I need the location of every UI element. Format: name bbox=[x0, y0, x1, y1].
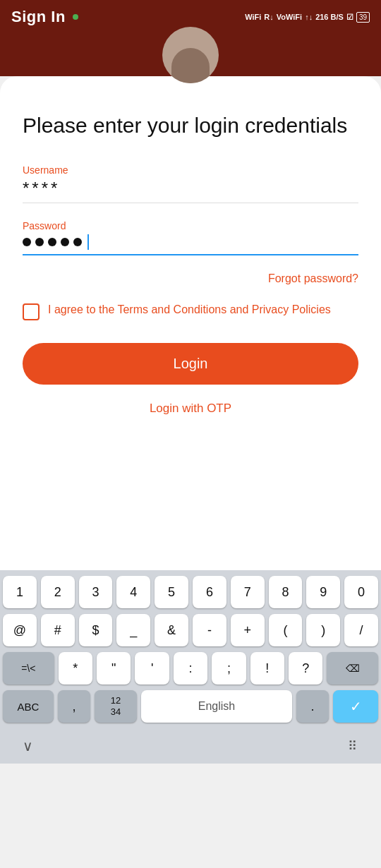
key-5[interactable]: 5 bbox=[155, 576, 188, 608]
key-plus[interactable]: + bbox=[231, 614, 265, 646]
terms-checkbox[interactable] bbox=[23, 303, 40, 320]
otp-link[interactable]: Login with OTP bbox=[23, 402, 358, 416]
key-hash[interactable]: # bbox=[41, 614, 75, 646]
header-avatar-area bbox=[0, 34, 381, 76]
dot-1 bbox=[23, 238, 31, 246]
key-at[interactable]: @ bbox=[3, 614, 37, 646]
comma-key[interactable]: , bbox=[58, 690, 90, 723]
grid-icon[interactable]: ⠿ bbox=[348, 738, 358, 754]
nav-bar: ∨ ⠿ bbox=[0, 728, 381, 764]
chevron-down-icon[interactable]: ∨ bbox=[23, 737, 33, 754]
keyboard-row-symbols: @ # $ _ & - + ( ) / bbox=[3, 614, 378, 646]
signal-icon: R↓ bbox=[264, 13, 273, 21]
backspace-key[interactable]: ⌫ bbox=[327, 652, 378, 685]
online-indicator bbox=[73, 14, 78, 20]
key-slash[interactable]: / bbox=[344, 614, 378, 646]
password-label: Password bbox=[23, 220, 358, 231]
main-content: Please enter your login credentials User… bbox=[0, 76, 381, 570]
terms-label: I agree to the Terms and Conditions and … bbox=[48, 302, 331, 318]
key-exclaim[interactable]: ! bbox=[250, 652, 284, 685]
key-7[interactable]: 7 bbox=[231, 576, 265, 608]
key-closeparen[interactable]: ) bbox=[306, 614, 340, 646]
key-3[interactable]: 3 bbox=[79, 576, 113, 608]
login-button[interactable]: Login bbox=[23, 343, 358, 385]
key-asterisk[interactable]: * bbox=[59, 652, 92, 685]
key-special-chars[interactable]: =\< bbox=[3, 652, 54, 685]
extra-icon: ☑ bbox=[346, 13, 353, 22]
key-0[interactable]: 0 bbox=[344, 576, 378, 608]
keyboard-row-bottom: ABC , 12 34 English . ✓ bbox=[3, 690, 378, 728]
avatar bbox=[162, 27, 219, 83]
key-8[interactable]: 8 bbox=[269, 576, 303, 608]
key-ampersand[interactable]: & bbox=[155, 614, 188, 646]
key-colon[interactable]: : bbox=[174, 652, 207, 685]
battery-indicator: 39 bbox=[356, 12, 370, 23]
abc-key[interactable]: ABC bbox=[3, 690, 54, 723]
keyboard: 1 2 3 4 5 6 7 8 9 0 @ # $ _ & - + ( ) / … bbox=[0, 570, 381, 728]
key-1[interactable]: 1 bbox=[3, 576, 37, 608]
key-minus[interactable]: - bbox=[193, 614, 226, 646]
signal2-icon: ↑↓ bbox=[305, 13, 313, 21]
numbers-switch-key[interactable]: 12 34 bbox=[95, 690, 137, 723]
dot-4 bbox=[61, 238, 69, 246]
text-cursor bbox=[87, 234, 89, 250]
dot-5 bbox=[73, 238, 82, 246]
key-openparen[interactable]: ( bbox=[269, 614, 303, 646]
keyboard-row-numbers: 1 2 3 4 5 6 7 8 9 0 bbox=[3, 576, 378, 608]
forgot-password-link[interactable]: Forgot password? bbox=[23, 272, 358, 285]
avatar-body bbox=[171, 48, 210, 83]
space-key[interactable]: English bbox=[141, 690, 292, 723]
status-bar-left: Sign In bbox=[11, 8, 78, 26]
key-question[interactable]: ? bbox=[289, 652, 322, 685]
wifi-icon: WiFi bbox=[245, 13, 261, 21]
page-title: Please enter your login credentials bbox=[23, 111, 358, 139]
dot-2 bbox=[35, 238, 44, 246]
keyboard-row-more: =\< * " ' : ; ! ? ⌫ bbox=[3, 652, 378, 685]
key-4[interactable]: 4 bbox=[116, 576, 150, 608]
enter-key[interactable]: ✓ bbox=[333, 690, 378, 723]
key-underscore[interactable]: _ bbox=[116, 614, 150, 646]
status-bar-right: WiFi R↓ VoWiFi ↑↓ 216 B/S ☑ 39 bbox=[245, 12, 370, 23]
terms-row: I agree to the Terms and Conditions and … bbox=[23, 302, 358, 320]
speed-indicator: 216 B/S bbox=[315, 13, 344, 21]
key-2[interactable]: 2 bbox=[41, 576, 75, 608]
key-semicolon[interactable]: ; bbox=[212, 652, 246, 685]
key-apostrophe[interactable]: ' bbox=[135, 652, 169, 685]
key-quote[interactable]: " bbox=[97, 652, 131, 685]
key-6[interactable]: 6 bbox=[193, 576, 226, 608]
username-label: Username bbox=[23, 164, 358, 176]
period-key[interactable]: . bbox=[296, 690, 329, 723]
username-value[interactable]: **** bbox=[23, 179, 358, 203]
key-9[interactable]: 9 bbox=[306, 576, 340, 608]
username-group: Username **** bbox=[23, 164, 358, 203]
key-dollar[interactable]: $ bbox=[79, 614, 113, 646]
vowifi-icon: VoWiFi bbox=[277, 13, 302, 21]
password-group: Password bbox=[23, 220, 358, 255]
app-title: Sign In bbox=[11, 8, 66, 26]
password-field[interactable] bbox=[23, 234, 358, 255]
dot-3 bbox=[48, 238, 56, 246]
